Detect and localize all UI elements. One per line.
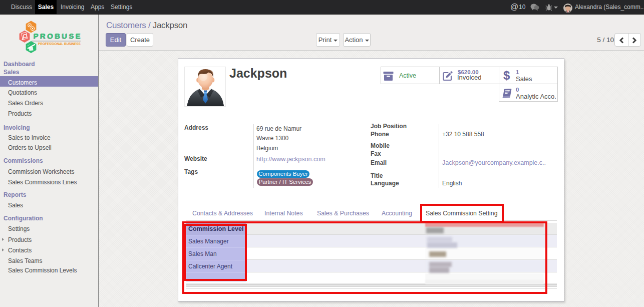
svg-text:PROBUSE: PROBUSE [34,32,82,40]
svg-text:PROFESSIONAL BUSINESS: PROFESSIONAL BUSINESS [38,42,81,46]
